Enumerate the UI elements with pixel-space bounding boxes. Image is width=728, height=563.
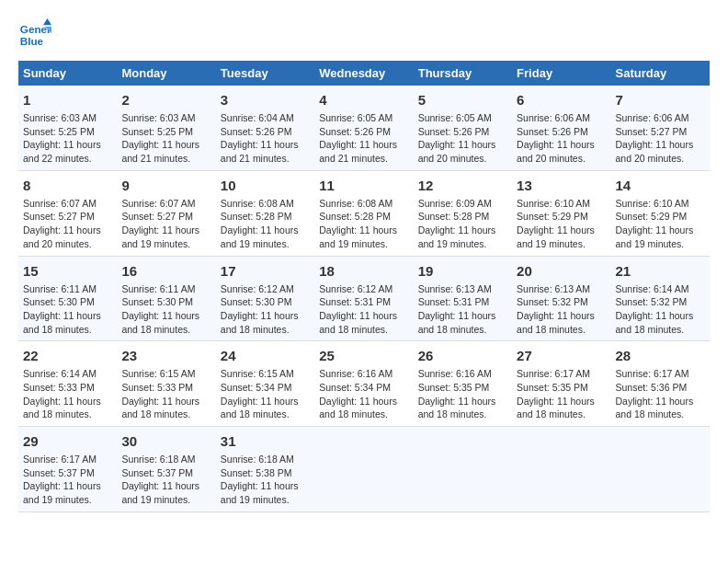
calendar-cell xyxy=(414,427,512,512)
day-info: Sunrise: 6:08 AM Sunset: 5:28 PM Dayligh… xyxy=(221,197,310,251)
logo: General Blue xyxy=(18,18,29,52)
calendar-cell: 27Sunrise: 6:17 AM Sunset: 5:35 PM Dayli… xyxy=(512,341,610,427)
day-number: 22 xyxy=(23,346,112,365)
day-info: Sunrise: 6:15 AM Sunset: 5:33 PM Dayligh… xyxy=(121,367,210,421)
day-info: Sunrise: 6:17 AM Sunset: 5:36 PM Dayligh… xyxy=(616,367,705,421)
calendar-cell: 26Sunrise: 6:16 AM Sunset: 5:35 PM Dayli… xyxy=(414,341,512,427)
day-info: Sunrise: 6:03 AM Sunset: 5:25 PM Dayligh… xyxy=(23,111,112,166)
calendar-cell: 21Sunrise: 6:14 AM Sunset: 5:32 PM Dayli… xyxy=(611,256,710,341)
day-number: 9 xyxy=(121,176,210,195)
day-info: Sunrise: 6:13 AM Sunset: 5:31 PM Dayligh… xyxy=(418,282,507,337)
day-info: Sunrise: 6:10 AM Sunset: 5:29 PM Dayligh… xyxy=(517,197,606,251)
day-number: 5 xyxy=(418,90,507,109)
day-info: Sunrise: 6:17 AM Sunset: 5:37 PM Dayligh… xyxy=(23,453,112,507)
calendar-cell xyxy=(512,427,610,512)
weekday-header-friday: Friday xyxy=(512,61,610,86)
day-info: Sunrise: 6:07 AM Sunset: 5:27 PM Dayligh… xyxy=(23,197,112,251)
day-number: 23 xyxy=(121,346,210,365)
calendar-cell: 24Sunrise: 6:15 AM Sunset: 5:34 PM Dayli… xyxy=(216,341,314,427)
page-header: General Blue xyxy=(18,18,710,52)
day-number: 29 xyxy=(23,431,112,451)
day-info: Sunrise: 6:15 AM Sunset: 5:34 PM Dayligh… xyxy=(221,367,310,421)
weekday-header-monday: Monday xyxy=(117,61,215,86)
day-info: Sunrise: 6:05 AM Sunset: 5:26 PM Dayligh… xyxy=(418,111,507,166)
day-number: 3 xyxy=(221,90,310,109)
calendar-week-row: 22Sunrise: 6:14 AM Sunset: 5:33 PM Dayli… xyxy=(18,341,710,427)
day-number: 16 xyxy=(121,261,210,281)
day-number: 21 xyxy=(616,261,705,281)
day-number: 20 xyxy=(517,261,606,281)
day-info: Sunrise: 6:11 AM Sunset: 5:30 PM Dayligh… xyxy=(23,282,112,337)
day-number: 11 xyxy=(319,176,408,195)
calendar-week-row: 15Sunrise: 6:11 AM Sunset: 5:30 PM Dayli… xyxy=(18,256,710,341)
day-info: Sunrise: 6:06 AM Sunset: 5:27 PM Dayligh… xyxy=(616,111,705,166)
calendar-cell: 14Sunrise: 6:10 AM Sunset: 5:29 PM Dayli… xyxy=(611,170,710,256)
weekday-header-saturday: Saturday xyxy=(611,61,710,86)
day-info: Sunrise: 6:13 AM Sunset: 5:32 PM Dayligh… xyxy=(517,282,606,337)
calendar-cell: 16Sunrise: 6:11 AM Sunset: 5:30 PM Dayli… xyxy=(117,256,215,341)
calendar-cell: 6Sunrise: 6:06 AM Sunset: 5:26 PM Daylig… xyxy=(512,86,610,170)
day-info: Sunrise: 6:14 AM Sunset: 5:32 PM Dayligh… xyxy=(616,282,705,337)
calendar-cell: 9Sunrise: 6:07 AM Sunset: 5:27 PM Daylig… xyxy=(117,170,215,256)
calendar-cell: 13Sunrise: 6:10 AM Sunset: 5:29 PM Dayli… xyxy=(512,170,610,256)
day-info: Sunrise: 6:07 AM Sunset: 5:27 PM Dayligh… xyxy=(121,197,210,251)
calendar-cell: 1Sunrise: 6:03 AM Sunset: 5:25 PM Daylig… xyxy=(18,86,117,170)
calendar-cell: 12Sunrise: 6:09 AM Sunset: 5:28 PM Dayli… xyxy=(414,170,512,256)
day-info: Sunrise: 6:11 AM Sunset: 5:30 PM Dayligh… xyxy=(121,282,210,337)
day-info: Sunrise: 6:16 AM Sunset: 5:34 PM Dayligh… xyxy=(319,367,408,421)
day-number: 26 xyxy=(418,346,507,365)
day-number: 18 xyxy=(319,261,408,281)
day-number: 4 xyxy=(319,90,408,109)
calendar-cell xyxy=(314,427,413,512)
weekday-header-wednesday: Wednesday xyxy=(314,61,413,86)
day-number: 12 xyxy=(418,176,507,195)
day-number: 7 xyxy=(616,90,705,109)
day-number: 1 xyxy=(23,90,112,109)
day-number: 13 xyxy=(517,176,606,195)
day-number: 24 xyxy=(221,346,310,365)
day-info: Sunrise: 6:03 AM Sunset: 5:25 PM Dayligh… xyxy=(121,111,210,166)
day-info: Sunrise: 6:04 AM Sunset: 5:26 PM Dayligh… xyxy=(221,111,310,166)
day-info: Sunrise: 6:12 AM Sunset: 5:31 PM Dayligh… xyxy=(319,282,408,337)
calendar-cell: 8Sunrise: 6:07 AM Sunset: 5:27 PM Daylig… xyxy=(18,170,117,256)
day-number: 17 xyxy=(221,261,310,281)
day-info: Sunrise: 6:09 AM Sunset: 5:28 PM Dayligh… xyxy=(418,197,507,251)
calendar-cell: 5Sunrise: 6:05 AM Sunset: 5:26 PM Daylig… xyxy=(414,86,512,170)
calendar-cell: 18Sunrise: 6:12 AM Sunset: 5:31 PM Dayli… xyxy=(314,256,413,341)
calendar-cell: 11Sunrise: 6:08 AM Sunset: 5:28 PM Dayli… xyxy=(314,170,413,256)
weekday-header-sunday: Sunday xyxy=(18,61,117,86)
calendar-cell xyxy=(611,427,710,512)
calendar-week-row: 8Sunrise: 6:07 AM Sunset: 5:27 PM Daylig… xyxy=(18,170,710,256)
day-info: Sunrise: 6:05 AM Sunset: 5:26 PM Dayligh… xyxy=(319,111,408,166)
day-number: 30 xyxy=(121,431,210,451)
day-number: 28 xyxy=(616,346,705,365)
day-info: Sunrise: 6:18 AM Sunset: 5:37 PM Dayligh… xyxy=(121,453,210,507)
calendar-week-row: 29Sunrise: 6:17 AM Sunset: 5:37 PM Dayli… xyxy=(18,427,710,512)
day-info: Sunrise: 6:10 AM Sunset: 5:29 PM Dayligh… xyxy=(616,197,705,251)
calendar-cell: 29Sunrise: 6:17 AM Sunset: 5:37 PM Dayli… xyxy=(18,427,117,512)
calendar-table: SundayMondayTuesdayWednesdayThursdayFrid… xyxy=(18,61,710,512)
day-number: 15 xyxy=(23,261,112,281)
day-info: Sunrise: 6:14 AM Sunset: 5:33 PM Dayligh… xyxy=(23,367,112,421)
calendar-cell: 25Sunrise: 6:16 AM Sunset: 5:34 PM Dayli… xyxy=(314,341,413,427)
day-number: 25 xyxy=(319,346,408,365)
day-info: Sunrise: 6:06 AM Sunset: 5:26 PM Dayligh… xyxy=(517,111,606,166)
day-info: Sunrise: 6:08 AM Sunset: 5:28 PM Dayligh… xyxy=(319,197,408,251)
calendar-cell: 31Sunrise: 6:18 AM Sunset: 5:38 PM Dayli… xyxy=(216,427,314,512)
calendar-cell: 17Sunrise: 6:12 AM Sunset: 5:30 PM Dayli… xyxy=(216,256,314,341)
day-number: 8 xyxy=(23,176,112,195)
calendar-week-row: 1Sunrise: 6:03 AM Sunset: 5:25 PM Daylig… xyxy=(18,86,710,170)
calendar-cell: 15Sunrise: 6:11 AM Sunset: 5:30 PM Dayli… xyxy=(18,256,117,341)
day-number: 6 xyxy=(517,90,606,109)
calendar-cell: 10Sunrise: 6:08 AM Sunset: 5:28 PM Dayli… xyxy=(216,170,314,256)
day-number: 14 xyxy=(616,176,705,195)
calendar-cell: 7Sunrise: 6:06 AM Sunset: 5:27 PM Daylig… xyxy=(611,86,710,170)
weekday-header-tuesday: Tuesday xyxy=(216,61,314,86)
logo-icon: General Blue xyxy=(18,18,51,52)
day-number: 19 xyxy=(418,261,507,281)
calendar-cell: 4Sunrise: 6:05 AM Sunset: 5:26 PM Daylig… xyxy=(314,86,413,170)
calendar-cell: 22Sunrise: 6:14 AM Sunset: 5:33 PM Dayli… xyxy=(18,341,117,427)
weekday-header-thursday: Thursday xyxy=(414,61,512,86)
day-number: 27 xyxy=(517,346,606,365)
calendar-cell: 3Sunrise: 6:04 AM Sunset: 5:26 PM Daylig… xyxy=(216,86,314,170)
